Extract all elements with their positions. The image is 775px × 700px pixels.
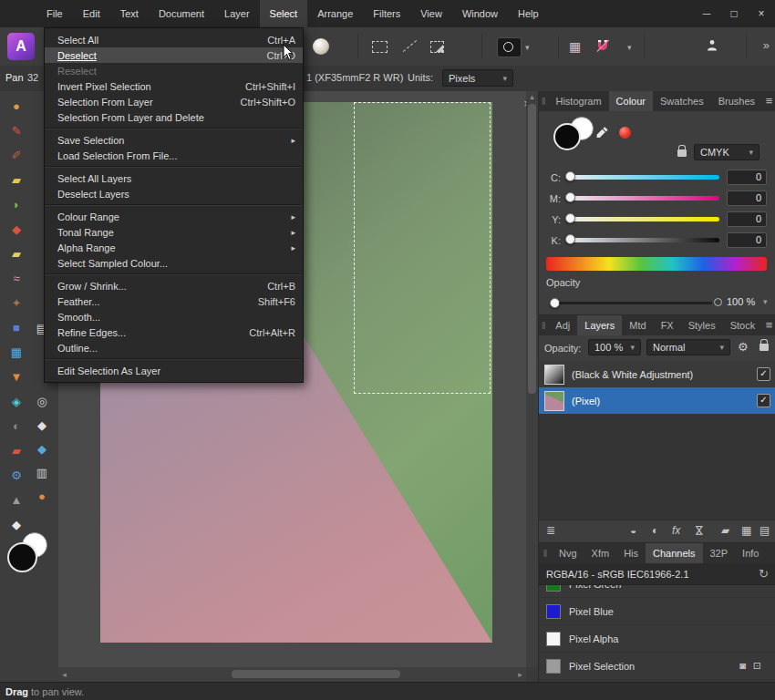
menu-item-selection-from-layer[interactable]: Selection From LayerCtrl+Shift+O bbox=[45, 94, 303, 109]
pan-tool[interactable]: ● bbox=[5, 95, 27, 117]
colour-mode-dropdown[interactable]: CMYK ▾ bbox=[694, 144, 760, 160]
primary-colour-well[interactable] bbox=[553, 123, 581, 150]
scroll-right-icon[interactable]: ▸ bbox=[514, 670, 526, 679]
lock-icon[interactable] bbox=[677, 149, 687, 157]
snapping-magnet-icon[interactable] bbox=[595, 38, 610, 55]
layer-visibility-checkbox[interactable]: ✓ bbox=[757, 394, 770, 407]
magenta-value[interactable]: 0 bbox=[727, 190, 767, 206]
pencil-tool[interactable]: ✎ bbox=[5, 119, 27, 141]
layer-row[interactable]: (Black & White Adjustment) ✓ bbox=[539, 361, 775, 387]
layers-stack-icon[interactable]: ≣ bbox=[546, 524, 555, 537]
vertical-scrollbar-thumb[interactable] bbox=[528, 104, 536, 394]
tab-adj[interactable]: Adj bbox=[548, 315, 577, 335]
mesh-warp-tool[interactable]: ▦ bbox=[5, 341, 27, 363]
menu-item-alpha-range[interactable]: Alpha Range▸ bbox=[45, 240, 303, 255]
trash-icon[interactable]: ▤ bbox=[760, 524, 770, 537]
menu-item-deselect-layers[interactable]: Deselect Layers bbox=[45, 186, 303, 201]
menu-item-selection-from-layer-and-delete[interactable]: Selection From Layer and Delete bbox=[45, 109, 303, 125]
horizontal-scrollbar-thumb[interactable] bbox=[232, 670, 400, 678]
menu-item-colour-range[interactable]: Colour Range▸ bbox=[45, 209, 303, 224]
yellow-slider[interactable] bbox=[568, 217, 719, 221]
white-drop-tool[interactable]: ◆ bbox=[31, 414, 53, 436]
layer-row[interactable]: (Pixel) ✓ bbox=[539, 387, 775, 414]
menu-file[interactable]: File bbox=[36, 0, 73, 27]
channel-row[interactable]: Pixel Selection ◙⊡ bbox=[539, 653, 775, 680]
channel-row[interactable]: Pixel Blue bbox=[539, 598, 775, 625]
tab-layers[interactable]: Layers bbox=[577, 315, 622, 335]
channel-row[interactable]: Pixel Alpha bbox=[539, 625, 775, 653]
flood-fill-tool[interactable]: ◆ bbox=[5, 218, 27, 240]
tab-32p[interactable]: 32P bbox=[703, 543, 736, 563]
menu-view[interactable]: View bbox=[410, 0, 452, 27]
quick-mask-icon[interactable] bbox=[497, 37, 522, 57]
folder-icon[interactable]: ▰ bbox=[721, 524, 729, 537]
marquee-tool[interactable]: ■ bbox=[5, 316, 27, 338]
channel-grid-icon[interactable]: ⊡ bbox=[753, 660, 769, 671]
menu-item-invert-pixel-selection[interactable]: Invert Pixel SelectionCtrl+Shift+I bbox=[45, 78, 303, 94]
black-slider[interactable] bbox=[568, 238, 719, 242]
freehand-select-icon[interactable] bbox=[430, 41, 444, 53]
tab-info[interactable]: Info bbox=[735, 543, 766, 563]
menu-item-feather[interactable]: Feather...Shift+F6 bbox=[45, 293, 303, 309]
vignette-tool[interactable]: ◐ bbox=[5, 415, 27, 437]
reset-icon[interactable]: ↻ bbox=[759, 567, 769, 581]
menu-item-refine-edges[interactable]: Refine Edges...Ctrl+Alt+R bbox=[45, 324, 303, 340]
menu-layer[interactable]: Layer bbox=[214, 0, 260, 27]
adjustment-icon[interactable]: ◒ bbox=[630, 524, 636, 537]
panel-grip-icon[interactable]: ‖ bbox=[539, 315, 548, 335]
assistant-icon[interactable] bbox=[705, 38, 719, 55]
tab-histogram[interactable]: Histogram bbox=[548, 91, 608, 111]
paint-brush-tool[interactable]: ✐ bbox=[5, 144, 27, 166]
orange-ball-tool[interactable]: ● bbox=[31, 485, 53, 507]
menu-text[interactable]: Text bbox=[110, 0, 149, 27]
cyan-slider[interactable] bbox=[568, 175, 719, 180]
layer-thumbnail[interactable] bbox=[544, 391, 564, 411]
cyan-slider-knob[interactable] bbox=[565, 171, 575, 181]
menu-select[interactable]: Select bbox=[260, 0, 308, 27]
pin-tool[interactable]: ▼ bbox=[5, 365, 27, 387]
toolbar-overflow-icon[interactable]: » bbox=[763, 38, 770, 52]
eyedropper-icon[interactable] bbox=[595, 126, 609, 141]
menu-arrange[interactable]: Arrange bbox=[307, 0, 363, 27]
fx-icon[interactable]: fx bbox=[672, 524, 680, 537]
menu-filters[interactable]: Filters bbox=[363, 0, 410, 27]
tab-xfm[interactable]: Xfm bbox=[584, 543, 617, 563]
layer-thumbnail[interactable] bbox=[544, 365, 564, 385]
yellow-slider-knob[interactable] bbox=[565, 213, 575, 223]
opacity-value[interactable]: 100 % bbox=[727, 296, 755, 307]
maximize-icon[interactable]: □ bbox=[720, 0, 748, 27]
tab-channels[interactable]: Channels bbox=[646, 543, 702, 563]
menu-item-save-selection[interactable]: Save Selection▸ bbox=[45, 132, 303, 148]
tab-swatches[interactable]: Swatches bbox=[653, 91, 711, 111]
menu-document[interactable]: Document bbox=[149, 0, 214, 27]
smudge-tool[interactable]: ≈ bbox=[5, 267, 27, 289]
black-slider-knob[interactable] bbox=[565, 234, 575, 244]
grid-toggle-icon[interactable]: ▦ bbox=[569, 39, 581, 54]
group-icon[interactable]: ▦ bbox=[741, 524, 751, 537]
channel-row[interactable]: Pixel Green bbox=[539, 585, 775, 598]
tab-brushes[interactable]: Brushes bbox=[711, 91, 762, 111]
blue-drop-tool[interactable]: ◆ bbox=[31, 438, 53, 459]
menu-item-select-sampled-colour[interactable]: Select Sampled Colour... bbox=[45, 255, 303, 271]
chevron-down-icon[interactable]: ▾ bbox=[525, 43, 530, 52]
menu-item-smooth[interactable]: Smooth... bbox=[45, 309, 303, 324]
horizontal-scrollbar[interactable]: ◂ ▸ bbox=[58, 667, 526, 682]
picked-colour-dot[interactable] bbox=[619, 127, 631, 139]
yellow-value[interactable]: 0 bbox=[727, 211, 767, 227]
layer-opacity-dropdown[interactable]: 100 % ▾ bbox=[588, 339, 641, 355]
foreground-colour-swatch[interactable] bbox=[7, 542, 37, 572]
foreground-background-swatch[interactable] bbox=[7, 532, 49, 574]
hourglass-icon[interactable]: ⋈ bbox=[693, 525, 706, 536]
minimize-icon[interactable]: ─ bbox=[693, 0, 720, 27]
close-icon[interactable]: × bbox=[748, 0, 775, 27]
chevron-down-icon[interactable]: ▾ bbox=[763, 297, 768, 306]
menu-item-load-selection-from-file[interactable]: Load Selection From File... bbox=[45, 148, 303, 163]
chalk-tool[interactable]: ▰ bbox=[5, 242, 27, 264]
blend-mode-dropdown[interactable]: Normal ▾ bbox=[646, 339, 730, 355]
tab-mtd[interactable]: Mtd bbox=[622, 315, 653, 335]
gear-tool[interactable]: ⚙ bbox=[5, 464, 27, 486]
menu-item-select-all-layers[interactable]: Select All Layers bbox=[45, 170, 303, 186]
rect-marquee-icon[interactable] bbox=[372, 41, 388, 53]
lock-icon[interactable] bbox=[760, 344, 769, 351]
red-chalk-tool[interactable]: ▰ bbox=[5, 439, 27, 461]
